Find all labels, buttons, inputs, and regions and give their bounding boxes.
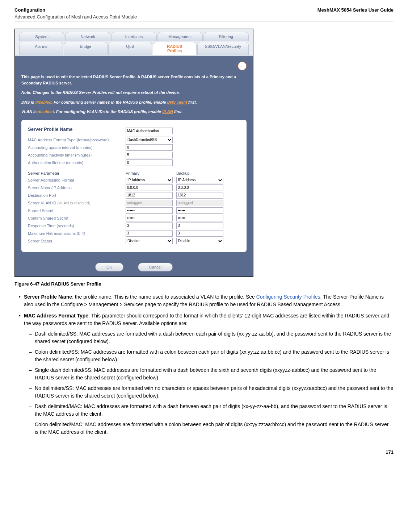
sub-bullet-single-dash-ss: Single dash delimited/SS: MAC addresses … xyxy=(24,366,394,382)
tab-network[interactable]: Network xyxy=(65,32,110,41)
intro-paragraph-1: This page is used to edit the selected R… xyxy=(21,74,247,86)
intro-4c: . For configuring VLAN IDs in the RADIUS… xyxy=(54,109,162,114)
server-status-label: Server Status xyxy=(28,239,126,243)
sub-bullet-no-delim-ss: No delimiters/SS: MAC addresses are form… xyxy=(24,385,394,400)
shared-secret-backup[interactable] xyxy=(176,207,223,214)
sub-bullet-list: Dash delimited/SS: MAC addresses are for… xyxy=(24,330,394,436)
response-time-primary[interactable] xyxy=(126,223,173,229)
b1-lead: Server Profile Name xyxy=(24,294,72,300)
confirm-shared-secret-primary[interactable] xyxy=(126,215,173,221)
tab-filtering[interactable]: Filtering xyxy=(203,32,249,41)
shared-secret-label: Shared Secret xyxy=(28,208,126,213)
vlan-link[interactable]: VLAN xyxy=(162,109,173,114)
form-panel: Server Profile Name MAC Address Format T… xyxy=(21,120,247,252)
response-time-backup[interactable] xyxy=(176,223,223,229)
header-right-title: MeshMAX 5054 Series User Guide xyxy=(317,7,394,13)
intro-3a: DNS is xyxy=(21,100,35,104)
sub-bullet-colon-mac: Colon delimited/MAC: MAC addresses are f… xyxy=(24,421,394,436)
tab-radius-profiles[interactable]: RADIUS Profiles xyxy=(153,42,197,55)
configuring-security-profiles-link[interactable]: Configuring Security Profiles xyxy=(256,294,320,300)
intro-paragraph-4: VLAN is disabled. For configuring VLAN I… xyxy=(21,109,247,115)
confirm-shared-secret-label: Confirm Shared Secret xyxy=(28,216,126,220)
server-vlan-id-label: Server VLAN ID (VLAN is disabled) xyxy=(28,201,126,205)
back-button[interactable]: ← xyxy=(238,62,247,70)
screenshot-container: System Network Interfaces Management Fil… xyxy=(14,29,253,277)
destination-port-label: Destination Port xyxy=(28,193,126,198)
destination-port-primary[interactable] xyxy=(126,192,173,199)
mac-format-select[interactable]: DashDelimited/SS xyxy=(126,137,173,143)
server-profile-name-input[interactable] xyxy=(126,128,173,134)
header-left-subtitle: Advanced Configuration of Mesh and Acces… xyxy=(14,14,394,20)
intro-paragraph-2: Note: Changes to the RADIUS Server Profi… xyxy=(21,90,247,96)
server-profile-name-heading: Server Profile Name xyxy=(28,126,126,132)
tab-system[interactable]: System xyxy=(19,32,64,41)
mac-format-label: MAC Address Format Type (format/password… xyxy=(28,138,126,142)
intro-4a: VLAN is xyxy=(21,109,38,114)
dns-client-link[interactable]: DNS client xyxy=(167,100,187,104)
server-parameter-heading: Server Parameter xyxy=(28,171,126,175)
b2-lead: MAC Address Format Type xyxy=(24,313,88,319)
header-left-title: Configuration xyxy=(14,7,45,13)
page-number: 171 xyxy=(14,449,394,455)
max-retransmissions-backup[interactable] xyxy=(176,230,223,237)
server-name-ip-backup[interactable] xyxy=(176,184,223,191)
footer-divider xyxy=(14,447,394,447)
header-divider xyxy=(14,21,394,21)
tab-management[interactable]: Management xyxy=(157,32,203,41)
accounting-inactivity-input[interactable] xyxy=(126,152,173,158)
server-vlan-id-primary xyxy=(126,200,173,206)
server-vlan-id-label-text: Server VLAN ID xyxy=(28,201,56,205)
sub-bullet-dash-ss: Dash delimited/SS: MAC addresses are for… xyxy=(24,330,394,345)
intro-4-disabled: disabled xyxy=(38,109,54,114)
b1-text-a: : the profile name. This is the name use… xyxy=(72,294,256,300)
tab-ssid-vlan-security[interactable]: SSID/VLAN/Security xyxy=(197,42,249,55)
confirm-shared-secret-backup[interactable] xyxy=(176,215,223,221)
server-name-ip-label: Server Name/IP Address xyxy=(28,186,126,190)
backup-heading: Backup xyxy=(176,171,227,175)
accounting-update-label: Accounting update interval (minutes) xyxy=(28,145,126,150)
button-row: OK Cancel xyxy=(15,258,253,277)
back-arrow-icon: ← xyxy=(239,63,245,69)
server-vlan-id-muted: (VLAN is disabled) xyxy=(57,201,90,205)
intro-paragraph-3: DNS is disabled. For configuring server … xyxy=(21,99,247,105)
figure-caption: Figure 6-47 Add RADIUS Server Profile xyxy=(14,281,394,287)
bullet-server-profile-name: Server Profile Name: the profile name. T… xyxy=(14,293,394,308)
server-status-backup[interactable]: Disable xyxy=(176,238,223,244)
intro-4e: first. xyxy=(173,109,183,114)
intro-3e: first. xyxy=(187,100,197,104)
accounting-update-input[interactable] xyxy=(126,144,173,151)
server-status-primary[interactable]: Disable xyxy=(126,238,173,244)
tab-qos[interactable]: QoS xyxy=(108,42,152,55)
authorization-lifetime-label: Authorization lifetime (seconds) xyxy=(28,161,126,165)
server-addressing-format-label: Server Addressing Format xyxy=(28,178,126,182)
max-retransmissions-label: Maximum Retransmissions (0-4) xyxy=(28,231,126,236)
authorization-lifetime-input[interactable] xyxy=(126,159,173,166)
ok-button[interactable]: OK xyxy=(95,263,123,271)
cancel-button[interactable]: Cancel xyxy=(138,263,173,271)
server-vlan-id-backup xyxy=(176,200,223,206)
intro-3c: . For configuring server names in the RA… xyxy=(51,100,167,104)
primary-heading: Primary xyxy=(126,171,176,175)
tab-bridge[interactable]: Bridge xyxy=(64,42,108,55)
bullet-mac-address-format-type: MAC Address Format Type: This parameter … xyxy=(14,312,394,436)
tab-bar: System Network Interfaces Management Fil… xyxy=(15,29,253,55)
sub-bullet-dash-mac: Dash delimited/MAC: MAC addresses are fo… xyxy=(24,403,394,418)
destination-port-backup[interactable] xyxy=(176,192,223,199)
body-bullet-list: Server Profile Name: the profile name. T… xyxy=(14,293,394,436)
server-addressing-format-primary[interactable]: IP Address xyxy=(126,177,173,183)
content-area: ← This page is used to edit the selected… xyxy=(15,56,253,258)
tab-alarms[interactable]: Alarms xyxy=(19,42,63,55)
shared-secret-primary[interactable] xyxy=(126,207,173,214)
max-retransmissions-primary[interactable] xyxy=(126,230,173,237)
intro-3-disabled: disabled xyxy=(35,100,52,104)
accounting-inactivity-label: Accounting inactivity timer (minutes) xyxy=(28,153,126,157)
server-name-ip-primary[interactable] xyxy=(126,184,173,191)
tab-interfaces[interactable]: Interfaces xyxy=(111,32,156,41)
server-addressing-format-backup[interactable]: IP Address xyxy=(176,177,223,183)
sub-bullet-colon-ss: Colon delimited/SS: MAC addresses are fo… xyxy=(24,348,394,363)
response-time-label: Response Time (seconds) xyxy=(28,224,126,228)
